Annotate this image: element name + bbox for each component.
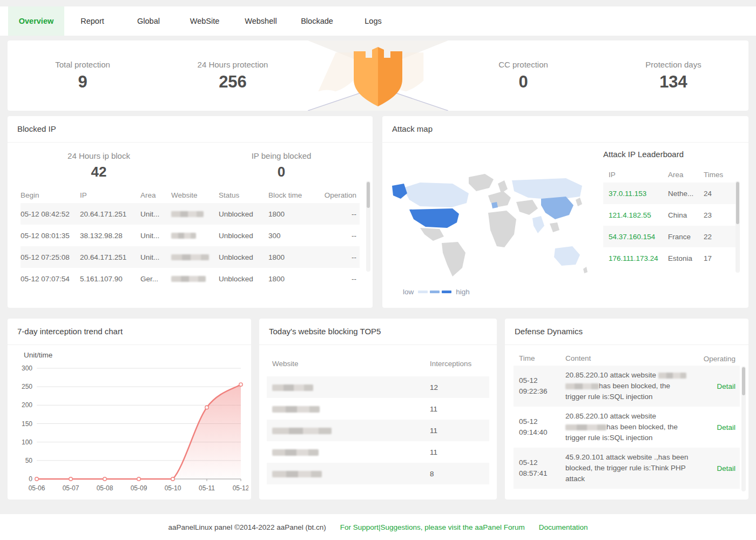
tab-website[interactable]: WebSite (177, 6, 233, 36)
legend-swatch-high (442, 291, 451, 293)
table-row: 05-12 08:42:5220.64.171.251Unit...Unbloc… (21, 203, 360, 225)
nav-tabbar: OverviewReportGlobalWebSiteWebshellBlock… (0, 6, 756, 36)
redacted-text (171, 276, 206, 282)
redacted-text (272, 406, 320, 413)
page-footer: aaPanelLinux panel ©2014-2022 aaPanel (b… (0, 514, 756, 540)
x-tick-label: 05-10 (165, 484, 181, 492)
map-canada (403, 183, 469, 207)
cell-times: 22 (704, 233, 736, 241)
cell-block-time: 300 (268, 232, 321, 240)
x-tick-label: 05-07 (63, 484, 79, 492)
cell-ip-link[interactable]: 176.111.173.24 (609, 254, 668, 262)
map-africa (488, 211, 516, 247)
cell-interceptions: 11 (430, 405, 489, 413)
cell-block-time: 1800 (268, 275, 321, 283)
cell-ip-link[interactable]: 54.37.160.154 (609, 233, 668, 241)
attack-ip-leaderboard: Attack IP Leaderboard IPAreaTimes37.0.11… (603, 150, 736, 269)
cell-website (171, 275, 219, 283)
time-date: 05-12 (519, 416, 565, 427)
cell-area: China (668, 211, 704, 219)
trend-title: 7-day interception trend chart (8, 319, 251, 345)
column-header: Area (140, 191, 171, 199)
cell-website (171, 253, 219, 261)
map-japan (576, 198, 582, 206)
data-point (103, 477, 106, 481)
cell-block-time: 1800 (268, 253, 321, 261)
top5-title: Today's website blocking TOP5 (259, 319, 497, 345)
table-header-row: WebsiteInterceptions (267, 353, 489, 374)
detail-link[interactable]: Detail (717, 464, 735, 473)
cell-begin: 05-12 08:01:35 (21, 232, 80, 240)
cell-ip-link[interactable]: 37.0.11.153 (609, 190, 668, 198)
cell-status: Unblocked (219, 232, 268, 240)
cell-status: Unblocked (219, 210, 268, 218)
trend-chart-card: 7-day interception trend chart Unit/time… (8, 319, 251, 500)
detail-link[interactable]: Detail (717, 382, 735, 390)
attack-map-card: Attack map (382, 116, 748, 308)
cell-area: Nethe... (668, 190, 704, 198)
stat-label: CC protection (448, 60, 598, 69)
y-tick-label: 0 (29, 475, 32, 483)
map-china (541, 197, 573, 219)
leaderboard-row: 54.37.160.154France22 (603, 226, 736, 247)
x-tick-label: 05-06 (29, 484, 45, 492)
scrollbar-thumb[interactable] (367, 182, 370, 208)
cell-area: France (668, 233, 704, 241)
detail-link[interactable]: Detail (717, 423, 735, 431)
defense-dynamics-card: Defense Dynamics TimeContentOperating05-… (505, 319, 748, 500)
summary-value: 42 (8, 164, 190, 180)
cell-times: 17 (704, 254, 736, 262)
tab-report[interactable]: Report (64, 6, 120, 36)
cell-begin: 05-12 07:07:54 (21, 275, 80, 283)
tab-logs[interactable]: Logs (345, 6, 401, 36)
cell-time: 05-1209:22:36 (519, 375, 565, 397)
stat-value: 134 (598, 72, 748, 92)
cell-interceptions: 8 (430, 470, 489, 478)
column-header: Operation (321, 191, 360, 199)
tab-blockade[interactable]: Blockade (289, 6, 345, 36)
cell-interceptions: 12 (430, 383, 489, 392)
documentation-link[interactable]: Documentation (539, 523, 588, 531)
world-map (388, 167, 593, 281)
y-tick-label: 50 (25, 457, 33, 464)
tab-overview[interactable]: Overview (8, 6, 64, 36)
column-header: Time (519, 353, 565, 364)
scrollbar (735, 181, 740, 273)
tab-global[interactable]: Global (120, 6, 177, 36)
cell-ip-link[interactable]: 121.4.182.55 (609, 211, 668, 219)
map-france (491, 202, 498, 208)
shield-icon (308, 40, 448, 111)
stat-value: 9 (8, 72, 158, 92)
cell-time: 05-1208:57:41 (519, 457, 565, 479)
scrollbar (741, 366, 746, 491)
column-header: IP (609, 171, 668, 179)
column-header: Content (565, 353, 691, 364)
support-forum-link[interactable]: For Support|Suggestions, please visit th… (340, 523, 525, 531)
cell-ip: 5.161.107.90 (80, 275, 140, 283)
y-tick-label: 100 (22, 438, 32, 446)
blocked-ip-summary: 24 Hours ip block 42 IP being blocked 0 (8, 151, 373, 180)
y-tick-label: 200 (22, 401, 32, 409)
data-point (35, 477, 38, 481)
top5-row: 8 (267, 463, 489, 484)
stat-value: 0 (448, 72, 598, 92)
column-header: Block time (268, 191, 321, 199)
cell-website (272, 448, 430, 456)
cell-interceptions: 11 (430, 448, 489, 456)
table-row: 05-12 07:07:545.161.107.90Ger...Unblocke… (21, 268, 360, 289)
top5-row: 11 (267, 441, 489, 463)
table-header-row: TimeContentOperating (514, 352, 740, 366)
scrollbar-thumb[interactable] (736, 182, 739, 224)
dynamics-row: 05-1209:22:3620.85.220.10 attack website… (514, 366, 740, 407)
time-clock: 08:57:41 (519, 468, 565, 479)
cell-status: Unblocked (219, 275, 268, 283)
tab-webshell[interactable]: Webshell (233, 6, 289, 36)
scrollbar-thumb[interactable] (742, 367, 745, 395)
cell-times: 23 (704, 211, 736, 219)
data-point (239, 383, 242, 386)
cell-times: 24 (704, 190, 736, 198)
cell-operation: -- (321, 253, 360, 261)
redacted-text (658, 373, 686, 379)
dynamics-title: Defense Dynamics (505, 319, 748, 345)
redacted-text (565, 383, 599, 389)
